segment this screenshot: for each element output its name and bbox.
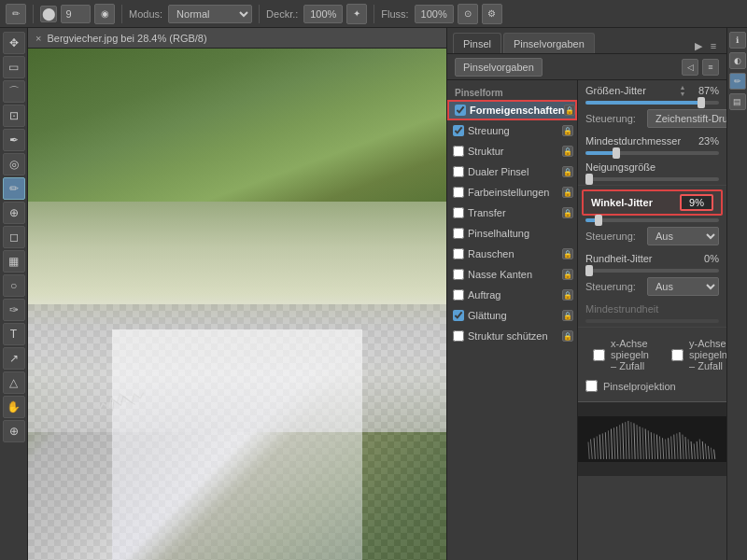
checkbox-formeigenschaften[interactable] (455, 105, 466, 116)
sidebar-item-pinselhaltung[interactable]: Pinselhaltung (447, 223, 577, 244)
steuerung1-label: Steuerung: (585, 113, 641, 124)
tool-path-select[interactable]: ↗ (3, 347, 25, 370)
steuerung1-select[interactable]: Zeichenstift-Druck (647, 109, 726, 128)
label-dualer: Dualer Pinsel (468, 166, 562, 177)
panel-tab-menu[interactable]: ▶ (691, 38, 706, 53)
settings-icon[interactable]: ⚙ (482, 4, 502, 24)
edge-btn-brush[interactable]: ✏ (729, 73, 746, 90)
checkbox-struktur[interactable] (453, 146, 464, 157)
tool-eraser[interactable]: ◻ (3, 226, 25, 248)
label-pinselhaltung: Pinselhaltung (468, 228, 573, 239)
airbrush-icon[interactable]: ✦ (346, 4, 367, 24)
groessen-jitter-slider[interactable] (585, 101, 719, 105)
tool-select-rect[interactable]: ▭ (3, 56, 25, 78)
sidebar-item-struktur[interactable]: Struktur 🔒 (447, 141, 577, 161)
sidebar-item-nasse[interactable]: Nasse Kanten 🔒 (447, 264, 577, 285)
tool-shape[interactable]: △ (3, 371, 25, 394)
checkbox-glattung[interactable] (453, 310, 464, 321)
divider-2 (578, 327, 726, 328)
tool-stamp[interactable]: ⊕ (3, 202, 25, 224)
tool-heal[interactable]: ◎ (3, 153, 25, 175)
checkbox-rauschen[interactable] (453, 248, 464, 259)
winkel-jitter-slider[interactable] (585, 218, 719, 222)
canvas-close[interactable]: × (35, 33, 41, 44)
edge-btn-layers[interactable]: ▤ (729, 93, 746, 110)
canvas-area[interactable]: × Bergviecher.jpg bei 28.4% (RGB/8) (28, 28, 446, 560)
canvas-viewport[interactable] (28, 49, 446, 560)
edge-btn-color[interactable]: ◐ (729, 52, 746, 69)
panel-tab-options[interactable]: ≡ (706, 38, 721, 53)
sidebar-item-formeigenschaften[interactable]: Formeigenschaften 🔒 (447, 100, 577, 120)
label-streuung: Streuung (468, 125, 562, 136)
brush-size-input[interactable]: 9 (61, 5, 91, 23)
checkbox-struktur-schuetzen[interactable] (453, 330, 464, 342)
tool-hand[interactable]: ✋ (3, 396, 25, 418)
winkel-jitter-value: 9% (689, 197, 704, 208)
brush-tool-icon[interactable]: ✏ (6, 4, 26, 24)
steuerung2-select[interactable]: Aus (647, 227, 719, 245)
fluss-input[interactable]: 100% (415, 5, 454, 23)
tab-pinsel[interactable]: Pinsel (453, 33, 501, 53)
tablet-icon[interactable]: ⊙ (458, 4, 478, 24)
steuerung1-row: Steuerung: Zeichenstift-Druck (578, 106, 726, 131)
pinselprojektion-row: Pinselprojektion (578, 378, 726, 394)
panel-icon-2[interactable]: ≡ (702, 59, 719, 76)
fluss-label: Fluss: (381, 8, 408, 20)
label-transfer: Transfer (468, 207, 562, 218)
sidebar-item-struktur-schuetzen[interactable]: Struktur schützen 🔒 (447, 326, 577, 346)
winkel-jitter-row: Winkel-Jitter 9% (584, 191, 721, 214)
sidebar-item-dualer[interactable]: Dualer Pinsel 🔒 (447, 161, 577, 182)
steuerung2-row: Steuerung: Aus (578, 224, 726, 248)
xachse-checkbox[interactable] (593, 349, 605, 361)
brush-size-icon[interactable]: ⬤ (40, 6, 57, 22)
tab-pinsel-label: Pinsel (463, 38, 491, 49)
canvas-title: Bergviecher.jpg bei 28.4% (RGB/8) (47, 33, 206, 44)
neigungs-slider[interactable] (585, 177, 719, 181)
tool-eyedropper[interactable]: ✒ (3, 129, 25, 151)
checkbox-nasse[interactable] (453, 269, 464, 280)
tab-pinselvorgaben[interactable]: Pinselvorgaben (503, 33, 595, 53)
tool-zoom[interactable]: ⊕ (3, 420, 25, 442)
tool-gradient[interactable]: ▦ (3, 250, 25, 273)
brush-hardness-icon[interactable]: ◉ (94, 4, 115, 24)
sidebar-item-rauschen[interactable]: Rauschen 🔒 (447, 244, 577, 264)
panel-icon-1[interactable]: ◁ (682, 59, 698, 76)
checkbox-dualer[interactable] (453, 166, 464, 177)
modus-select[interactable]: Normal (168, 5, 252, 23)
yachse-checkbox[interactable] (671, 349, 684, 361)
mindestrundheit-slider[interactable] (585, 319, 719, 323)
main-layout: ✥ ▭ ⌒ ⊡ ✒ ◎ ✏ ⊕ ◻ ▦ ○ ✑ T ↗ △ ✋ ⊕ × Berg… (0, 28, 747, 560)
checkbox-farbeinst[interactable] (453, 187, 464, 198)
tool-dodge[interactable]: ○ (3, 274, 25, 297)
deckr-label: Deckr.: (266, 8, 298, 20)
checkbox-pinselhaltung[interactable] (453, 228, 464, 239)
tool-brush[interactable]: ✏ (3, 177, 25, 200)
rundheit-row: Rundheit-Jitter 0% (578, 248, 726, 269)
right-edge-panel: ℹ ◐ ✏ ▤ (726, 28, 747, 560)
tools-panel: ✥ ▭ ⌒ ⊡ ✒ ◎ ✏ ⊕ ◻ ▦ ○ ✑ T ↗ △ ✋ ⊕ (0, 28, 28, 560)
tool-pen[interactable]: ✑ (3, 299, 25, 321)
deckr-input[interactable]: 100% (303, 5, 343, 23)
tool-lasso[interactable]: ⌒ (3, 80, 25, 103)
sidebar-item-transfer[interactable]: Transfer 🔒 (447, 203, 577, 223)
steuerung3-row: Steuerung: Aus (578, 274, 726, 299)
steuerung3-label: Steuerung: (585, 281, 641, 292)
checkbox-transfer[interactable] (453, 207, 464, 218)
checkbox-auftrag[interactable] (453, 289, 464, 301)
preset-button[interactable]: Pinselvorgaben (455, 58, 543, 77)
tool-move[interactable]: ✥ (3, 32, 25, 54)
mindest-slider[interactable] (585, 151, 719, 155)
sidebar-item-streuung[interactable]: Streuung 🔒 (447, 120, 577, 141)
tool-text[interactable]: T (3, 323, 25, 345)
sidebar-item-farbeinst[interactable]: Farbeinstellungen 🔒 (447, 182, 577, 203)
mindest-value: 23% (689, 135, 719, 147)
sidebar-item-auftrag[interactable]: Auftrag 🔒 (447, 285, 577, 305)
tool-crop[interactable]: ⊡ (3, 105, 25, 127)
sidebar-item-glattung[interactable]: Glättung 🔒 (447, 305, 577, 326)
pinselprojektion-checkbox[interactable] (585, 380, 598, 392)
label-auftrag: Auftrag (468, 289, 562, 301)
rundheit-slider[interactable] (585, 269, 719, 273)
steuerung3-select[interactable]: Aus (647, 277, 719, 296)
edge-btn-info[interactable]: ℹ (729, 32, 746, 49)
checkbox-streuung[interactable] (453, 125, 464, 136)
